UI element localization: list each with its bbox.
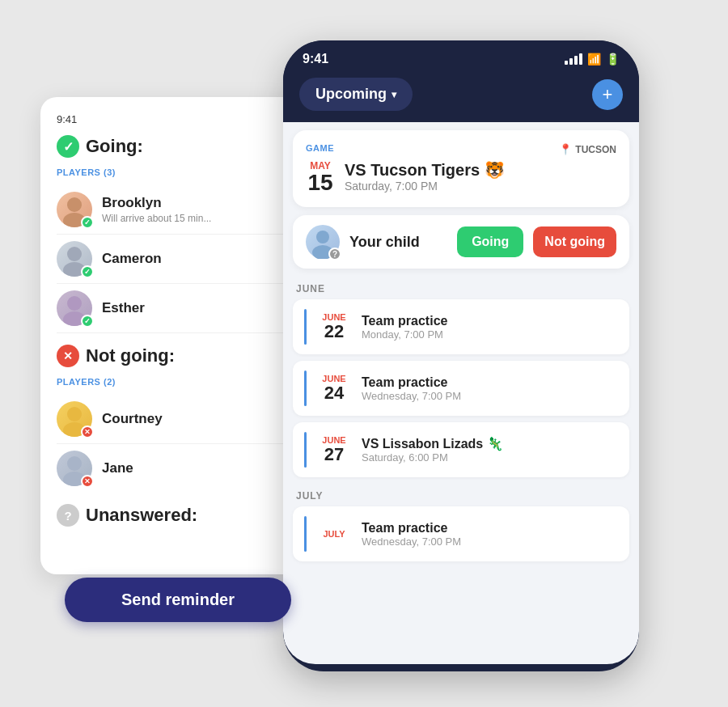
event-time-1: Monday, 7:00 PM: [362, 328, 618, 341]
event-title-2: Team practice: [362, 375, 618, 390]
event-title-4: Team practice: [362, 521, 618, 536]
location-text: TUCSON: [575, 144, 616, 155]
send-reminder-button[interactable]: Send reminder: [65, 578, 291, 622]
badge-esther: ✓: [81, 315, 94, 328]
player-name-courtney: Courtney: [102, 411, 291, 427]
upcoming-label: Upcoming: [315, 86, 387, 103]
not-going-x-icon: [57, 345, 79, 367]
player-info-brooklyn: Brooklyn Will arrive about 15 min...: [102, 195, 291, 224]
back-card-time: 9:41: [57, 113, 291, 125]
players-going-label: PLAYERS (3): [57, 167, 291, 177]
going-header: Going:: [57, 135, 291, 158]
player-sub-brooklyn: Will arrive about 15 min...: [102, 213, 291, 224]
game-date: MAY 15: [306, 160, 335, 194]
event-july: JULY Team practice Wednesday, 7:00 PM: [293, 506, 629, 561]
event-time-3: Saturday, 6:00 PM: [362, 451, 618, 464]
event-accent-3: [304, 432, 307, 468]
player-cameron: ✓ Cameron: [57, 235, 291, 284]
game-day: 15: [306, 171, 335, 194]
event-date-june-27: JUNE 27: [316, 435, 352, 464]
game-info: VS Tucson Tigers 🐯 Saturday, 7:00 PM: [345, 160, 616, 193]
avatar-wrap-courtney: ✕: [57, 401, 92, 437]
player-name-esther: Esther: [102, 300, 291, 316]
avatar-wrap-brooklyn: ✓: [57, 192, 92, 227]
event-date-june-24: JUNE 24: [316, 374, 352, 403]
status-icons: 📶 🔋: [565, 53, 620, 66]
status-bar: 9:41 📶 🔋: [283, 40, 639, 71]
event-accent-1: [304, 309, 307, 345]
signal-bar-2: [569, 58, 573, 65]
event-accent-4: [304, 516, 307, 552]
player-info-esther: Esther: [102, 300, 291, 316]
location-tag: 📍 TUCSON: [559, 143, 616, 155]
june-header: JUNE: [293, 277, 629, 299]
game-main: MAY 15 VS Tucson Tigers 🐯 Saturday, 7:00…: [306, 160, 616, 194]
event-day-3: 27: [316, 445, 352, 464]
event-info-2: Team practice Wednesday, 7:00 PM: [362, 375, 618, 402]
going-check-icon: [57, 135, 79, 158]
svg-point-10: [316, 231, 329, 243]
player-courtney: ✕ Courtney: [57, 395, 291, 444]
unanswered-q-icon: ?: [57, 504, 79, 527]
back-card: 9:41 Going: PLAYERS (3) ✓ Brooklyn Will …: [40, 97, 307, 574]
event-info-1: Team practice Monday, 7:00 PM: [362, 314, 618, 341]
schedule-section: JUNE JUNE 22 Team practice Monday, 7:00 …: [283, 277, 639, 561]
child-row: ? Your child Going Not going: [293, 215, 629, 269]
game-card-header: GAME 📍 TUCSON: [306, 143, 616, 155]
child-avatar: ?: [306, 225, 340, 259]
player-jane: ✕ Jane: [57, 444, 291, 493]
svg-point-2: [67, 247, 82, 261]
status-time: 9:41: [303, 52, 328, 66]
svg-point-4: [67, 296, 82, 311]
badge-cameron: ✓: [81, 265, 94, 278]
player-name-brooklyn: Brooklyn: [102, 195, 291, 211]
avatar-wrap-cameron: ✓: [57, 241, 92, 277]
player-info-cameron: Cameron: [102, 251, 291, 267]
event-info-4: Team practice Wednesday, 7:00 PM: [362, 521, 618, 548]
signal-bar-4: [579, 53, 582, 65]
players-not-going-label: PLAYERS (2): [57, 377, 291, 387]
add-event-button[interactable]: +: [592, 79, 623, 110]
phone-nav: Upcoming ▾ +: [283, 71, 639, 122]
event-time-2: Wednesday, 7:00 PM: [362, 390, 618, 402]
event-day-2: 24: [316, 383, 352, 403]
game-card: GAME 📍 TUCSON MAY 15 VS Tucson Tigers 🐯 …: [293, 130, 629, 207]
phone-content: GAME 📍 TUCSON MAY 15 VS Tucson Tigers 🐯 …: [283, 122, 639, 664]
event-title-1: Team practice: [362, 314, 618, 328]
not-going-button[interactable]: Not going: [533, 226, 616, 257]
event-june-24: JUNE 24 Team practice Wednesday, 7:00 PM: [293, 361, 629, 416]
signal-bar-3: [574, 56, 578, 65]
signal-icon: [565, 53, 582, 65]
event-title-3: VS Lissabon Lizads 🦎: [362, 436, 618, 451]
avatar-wrap-jane: ✕: [57, 451, 92, 486]
badge-brooklyn: ✓: [81, 216, 94, 229]
event-date-july: JULY: [316, 529, 352, 539]
not-going-header: Not going:: [57, 345, 291, 367]
player-brooklyn: ✓ Brooklyn Will arrive about 15 min...: [57, 185, 291, 235]
event-june-22: JUNE 22 Team practice Monday, 7:00 PM: [293, 299, 629, 354]
upcoming-dropdown[interactable]: Upcoming ▾: [299, 78, 413, 111]
signal-bar-1: [565, 61, 568, 65]
badge-courtney: ✕: [81, 425, 94, 438]
event-date-june-22: JUNE 22: [316, 312, 352, 341]
pin-icon: 📍: [559, 143, 572, 155]
unanswered-header: ? Unanswered:: [57, 504, 291, 527]
chevron-down-icon: ▾: [392, 89, 396, 100]
child-name: Your child: [349, 234, 447, 251]
svg-point-6: [67, 407, 82, 421]
badge-jane: ✕: [81, 475, 94, 488]
not-going-section: Not going: PLAYERS (2) ✕ Courtney ✕: [57, 345, 291, 493]
event-info-3: VS Lissabon Lizads 🦎 Saturday, 6:00 PM: [362, 436, 618, 464]
svg-point-0: [67, 197, 82, 212]
wifi-icon: 📶: [587, 53, 601, 66]
svg-point-8: [67, 456, 82, 471]
battery-icon: 🔋: [606, 53, 620, 66]
going-button[interactable]: Going: [457, 226, 523, 257]
going-label: Going:: [86, 136, 143, 157]
event-month-4: JULY: [316, 529, 352, 539]
player-name-jane: Jane: [102, 460, 291, 476]
child-q-badge: ?: [328, 248, 341, 260]
game-label: GAME: [306, 143, 334, 153]
game-title: VS Tucson Tigers 🐯: [345, 160, 616, 180]
july-header: JULY: [293, 484, 629, 506]
